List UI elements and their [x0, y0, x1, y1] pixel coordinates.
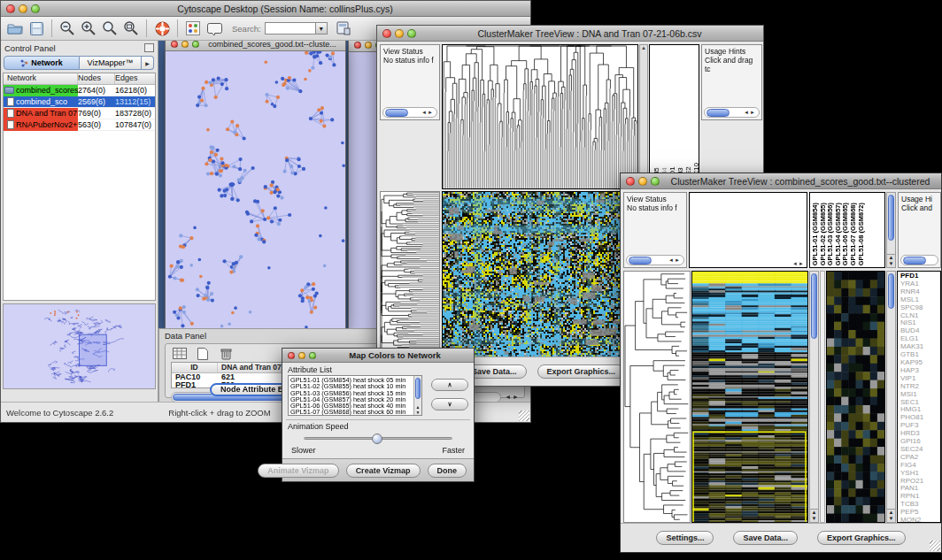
toolbar-separator	[51, 19, 52, 37]
faster-label: Faster	[442, 446, 465, 455]
minimize-button[interactable]	[638, 177, 647, 186]
minimize-button[interactable]	[298, 352, 305, 359]
network-list-item[interactable]: DNA and Tran 07 769(0) 183728(0)	[4, 108, 155, 119]
close-button[interactable]	[354, 42, 361, 49]
map-colors-dialog: Map Colors to Network Attribute List GPL…	[282, 348, 475, 482]
tv1-column-dendrogram[interactable]	[442, 44, 638, 189]
tab-network[interactable]: Network	[4, 56, 80, 70]
col-header-edges[interactable]: Edges	[115, 73, 155, 84]
tv2-viewstatus-scrollbar[interactable]: ◄►	[626, 255, 684, 265]
annotation-icon-button[interactable]	[204, 19, 225, 38]
float-panel-icon[interactable]	[144, 43, 154, 52]
slider-thumb[interactable]	[372, 433, 382, 444]
move-up-button[interactable]: ∧	[431, 379, 468, 391]
close-button[interactable]	[171, 41, 178, 48]
network-canvas[interactable]	[166, 51, 345, 330]
minimize-button[interactable]	[395, 29, 404, 38]
cytopanel-toggle-icon[interactable]	[333, 19, 354, 38]
tv2-collabel-scrollbar[interactable]: ▲▼	[886, 192, 896, 268]
zoom-fit-button[interactable]	[120, 19, 142, 38]
data-col-id[interactable]: ID	[172, 363, 218, 372]
treeview2-title: ClusterMaker TreeView : combined_scores_…	[660, 176, 941, 187]
control-panel-title: Control Panel	[4, 43, 56, 53]
network-list-item[interactable]: RNAPuberNov2+ 563(0) 107847(0)	[4, 119, 155, 131]
tv1-usagehints-scrollbar[interactable]: ◄►	[704, 107, 760, 118]
done-button[interactable]: Done	[428, 464, 467, 478]
tv2-button-bar: Settings... Save Data... Export Graphics…	[621, 523, 941, 552]
attribute-select-icon[interactable]	[171, 346, 189, 361]
zoom-button[interactable]	[407, 29, 416, 38]
vizmapper-icon-button[interactable]	[182, 19, 204, 38]
tv2-divider[interactable]	[820, 271, 825, 523]
move-down-button[interactable]: ∨	[431, 398, 468, 410]
dialog-titlebar[interactable]: Map Colors to Network	[282, 349, 474, 363]
search-dropdown-arrow[interactable]: ▼	[316, 22, 328, 35]
dialog-button-row: Animate Vizmap Create Vizmap Done	[282, 458, 474, 481]
network-window-title: combined_scores_good.txt--cluste...	[199, 41, 345, 49]
new-attribute-icon[interactable]	[194, 346, 212, 361]
help-icon[interactable]	[151, 19, 173, 38]
tv2-top-arrows[interactable]: ◄►	[792, 261, 805, 266]
attribute-list[interactable]: GPL51-01 (GSM854) heat shock 05 minGPL51…	[288, 375, 422, 416]
tab-vizmapper[interactable]: VizMapper™	[80, 56, 142, 70]
create-vizmap-button[interactable]: Create Vizmap	[346, 464, 421, 478]
attribute-list-item[interactable]: GPL51-07 (GSM868) heat shock 60 min	[290, 409, 420, 415]
main-titlebar[interactable]: Cytoscape Desktop (Session Name: collins…	[1, 1, 530, 17]
save-data-button[interactable]: Save Data...	[733, 531, 798, 545]
zoom-out-button[interactable]	[57, 19, 78, 38]
open-session-button[interactable]	[4, 19, 26, 38]
close-button[interactable]	[382, 29, 391, 38]
export-graphics-button[interactable]: Export Graphics...	[537, 364, 626, 379]
network-list-item[interactable]: combined_sco 2569(6) 13112(15)	[4, 96, 155, 108]
save-session-button[interactable]	[26, 19, 47, 38]
search-input[interactable]	[265, 22, 316, 35]
toolbar-separator	[177, 19, 178, 37]
tv1-heatmap[interactable]	[442, 191, 638, 357]
export-graphics-button[interactable]: Export Graphics...	[817, 531, 906, 545]
tv2-heatmap[interactable]	[691, 271, 808, 523]
col-header-network[interactable]: Network	[4, 73, 78, 84]
tv1-row-dendrogram[interactable]	[380, 191, 440, 357]
zoom-button[interactable]	[651, 177, 660, 186]
minimize-button[interactable]	[19, 4, 27, 13]
network-tree-panel: Network Nodes Edges combined_scores 2764…	[3, 73, 156, 301]
close-button[interactable]	[6, 4, 15, 13]
col-header-nodes[interactable]: Nodes	[78, 73, 115, 84]
tv2-heatmap-vscrollbar[interactable]: ▲▼	[809, 271, 819, 523]
tv2-row-dendrogram[interactable]	[623, 271, 691, 523]
tv1-viewstatus-scrollbar[interactable]: ◄►	[382, 107, 437, 118]
tv2-genelist-scrollbar[interactable]: ▲▼	[886, 271, 896, 523]
settings-button[interactable]: Settings...	[656, 531, 714, 545]
tab-overflow-button[interactable]: ▶	[142, 56, 154, 70]
resize-grip[interactable]	[930, 541, 940, 551]
slower-label: Slower	[291, 446, 316, 455]
network-list-item[interactable]: combined_scores 2764(0) 16218(0)	[4, 85, 155, 96]
tv2-column-tree-area: ◄►	[689, 192, 807, 268]
zoom-in-button[interactable]	[78, 19, 99, 38]
minimize-button[interactable]	[181, 41, 189, 48]
animation-speed-slider[interactable]	[304, 437, 452, 440]
tv1-usage-hints: Usage Hints Click and drag tc ◄►	[701, 44, 762, 120]
treeview1-titlebar[interactable]: ClusterMaker TreeView : DNA and Tran 07-…	[377, 26, 763, 42]
delete-attribute-icon[interactable]	[217, 346, 235, 361]
zoom-selected-button[interactable]	[99, 19, 120, 38]
animate-vizmap-button: Animate Vizmap	[258, 464, 338, 478]
network-list: combined_scores 2764(0) 16218(0) combine…	[4, 85, 155, 131]
close-button[interactable]	[626, 177, 635, 186]
tv2-zoom-heatmap[interactable]	[826, 271, 885, 523]
data-panel-hscroll-arrows[interactable]: ◄►	[505, 394, 521, 400]
zoom-button[interactable]	[309, 352, 316, 359]
array-column-label: GPL51-08 (GSM872)	[858, 203, 866, 265]
search-label: Search:	[232, 24, 261, 34]
tv1-top-scroll-strip[interactable]: ▲	[639, 44, 648, 189]
birdseye-view[interactable]	[3, 303, 156, 389]
close-button[interactable]	[288, 352, 295, 359]
zoom-button[interactable]	[192, 41, 199, 48]
dialog-title: Map Colors to Network	[316, 350, 474, 360]
zoom-button[interactable]	[31, 4, 40, 13]
treeview2-titlebar[interactable]: ClusterMaker TreeView : combined_scores_…	[621, 173, 941, 189]
attribute-list-vscrollbar[interactable]: ▲▼	[413, 376, 421, 415]
tv2-usagehints-scrollbar[interactable]	[900, 255, 938, 265]
resize-grip[interactable]	[519, 410, 529, 421]
minimize-button[interactable]	[365, 42, 372, 49]
